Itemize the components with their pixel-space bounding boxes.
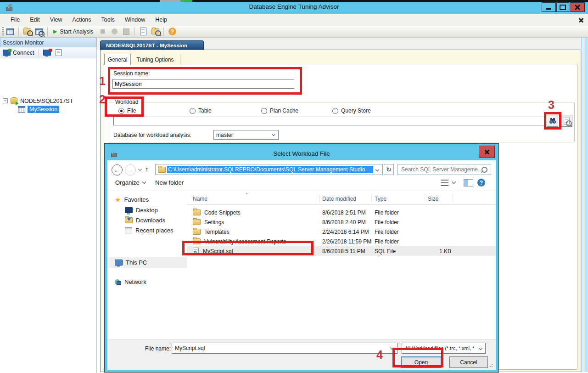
file-name: Settings [204,219,319,226]
address-bar[interactable]: C:\Users\administrator.SQLREPRO\Document… [155,164,383,175]
this-pc-icon [115,260,123,266]
document-tab[interactable]: NODE5\SQL2017ST - MySession [100,40,204,50]
radio-plan-cache[interactable]: Plan Cache [261,107,298,114]
radio-query-store-circle[interactable] [332,108,338,114]
file-type: SQL File [375,248,396,254]
file-row-settings[interactable]: Settings 8/6/2018 2:40 PM File folder [187,217,496,227]
nav-recent-places[interactable]: Recent places [125,227,173,234]
new-session-button[interactable] [5,27,16,37]
nav-network-label: Network [124,278,146,285]
annotation-box-browse-button [544,112,561,130]
address-chevron-icon[interactable] [375,168,379,171]
workload-file-path-input[interactable] [113,117,545,125]
tab-general[interactable]: General [104,54,131,65]
connect-button[interactable]: Connect [3,50,34,56]
report-button[interactable] [138,27,149,37]
toolbar-grip [2,27,4,36]
organize-button[interactable]: Organize [115,179,146,186]
cancel-circle-icon [112,28,118,34]
folder-icon [193,209,201,215]
tab-tuning-options[interactable]: Tuning Options [130,54,180,65]
tuning-options-button[interactable] [150,27,161,37]
server-node-label: NODE5\SQL2017ST [20,98,73,104]
save-button-disabled [121,27,132,37]
open-workload-button[interactable] [34,27,45,37]
search-box[interactable]: Search SQL Server Manageme... [398,164,491,175]
column-name[interactable]: Name [193,196,207,202]
annotation-box-myscript-row [182,241,314,255]
maximize-button[interactable] [556,2,569,12]
column-date-modified[interactable]: Date modified [322,196,356,202]
desktop-icon [125,207,133,213]
nav-network[interactable]: Network [115,278,146,285]
resize-grip[interactable] [489,363,493,367]
radio-table[interactable]: Table [190,107,212,114]
stop-analysis-button-disabled [97,27,108,37]
open-session-button[interactable] [22,27,33,37]
back-button[interactable]: ← [112,164,123,175]
preview-pane-button[interactable] [464,179,473,186]
db-analysis-combo[interactable]: master [213,130,279,140]
chevron-down-icon [272,132,275,136]
play-icon: ▶ [53,28,57,34]
new-folder-button[interactable]: New folder [155,179,184,186]
menu-window[interactable]: Window [120,14,150,26]
tree-node-server[interactable]: NODE5\SQL2017ST [3,97,73,104]
menu-view[interactable]: View [45,14,67,26]
start-analysis-button[interactable]: ▶ Start Analysis [50,27,96,37]
column-size[interactable]: Size [428,196,438,202]
annotation-box-session-name [108,67,302,95]
file-name: Code Snippets [204,209,319,216]
help-button[interactable]: ? [167,27,178,37]
nav-favorites[interactable]: ★ Favorites [115,196,149,203]
view-chevron-icon[interactable] [452,180,456,184]
radio-table-circle[interactable] [190,108,196,114]
tree-node-session[interactable]: MySession [18,106,59,113]
disconnect-button[interactable] [43,50,51,56]
new-folder-label: New folder [155,179,184,186]
refresh-session-button[interactable] [56,49,62,56]
minimize-button[interactable] [542,2,556,12]
view-list-button[interactable] [441,180,448,186]
refresh-session-icon [56,49,62,56]
column-type[interactable]: Type [375,196,386,202]
history-chevron-icon[interactable] [138,167,142,171]
radio-query-store[interactable]: Query Store [332,107,371,114]
file-row-code-snippets[interactable]: Code Snippets 8/6/2018 2:51 PM File fold… [187,208,496,217]
up-button[interactable]: ↑ [145,165,149,173]
browse-trace-table-button[interactable] [561,115,572,127]
close-button[interactable] [570,2,585,12]
refresh-button[interactable]: ↻ [384,164,394,175]
menu-tools[interactable]: Tools [96,14,120,26]
file-name-combo[interactable]: MyScript.sql [172,343,398,354]
cancel-analysis-button-disabled [109,27,120,37]
menubar-close-button[interactable] [577,17,585,23]
menu-file[interactable]: File [6,14,25,26]
session-monitor-panel: Session Monitor Connect NODE5\SQL2017ST … [0,38,97,373]
annotation-number-2: 2 [99,93,106,106]
file-name: Templates [204,229,319,235]
radio-plan-cache-label: Plan Cache [270,107,298,114]
tree-expander[interactable] [3,98,8,103]
cancel-button-label: Cancel [460,359,477,366]
main-toolbar: ▶ Start Analysis ? [0,26,588,38]
menu-edit[interactable]: Edit [25,14,45,26]
nav-downloads[interactable]: Downloads [125,217,165,224]
dialog-help-button[interactable]: ? [477,179,485,186]
screen: Database Engine Tuning Advisor File Edit… [0,0,588,373]
session-monitor-toolbar: Connect [0,47,96,58]
address-text[interactable]: C:\Users\administrator.SQLREPRO\Document… [167,166,373,173]
menu-actions[interactable]: Actions [67,14,96,26]
cancel-button[interactable]: Cancel [449,356,488,368]
file-type-chevron-icon[interactable] [479,346,482,350]
nav-this-pc[interactable]: This PC [115,259,147,266]
preview-pane-icon [464,180,468,186]
dialog-close-button[interactable] [479,146,495,158]
nav-favorites-label: Favorites [124,196,148,203]
file-row-templates[interactable]: Templates 2/24/2018 6:14 PM File folder [187,227,496,237]
menu-help[interactable]: Help [150,14,172,26]
nav-desktop[interactable]: Desktop [125,207,158,214]
radio-plan-cache-circle[interactable] [261,108,267,114]
file-date: 8/6/2018 5:11 PM [322,248,365,254]
help-icon: ? [168,28,176,35]
